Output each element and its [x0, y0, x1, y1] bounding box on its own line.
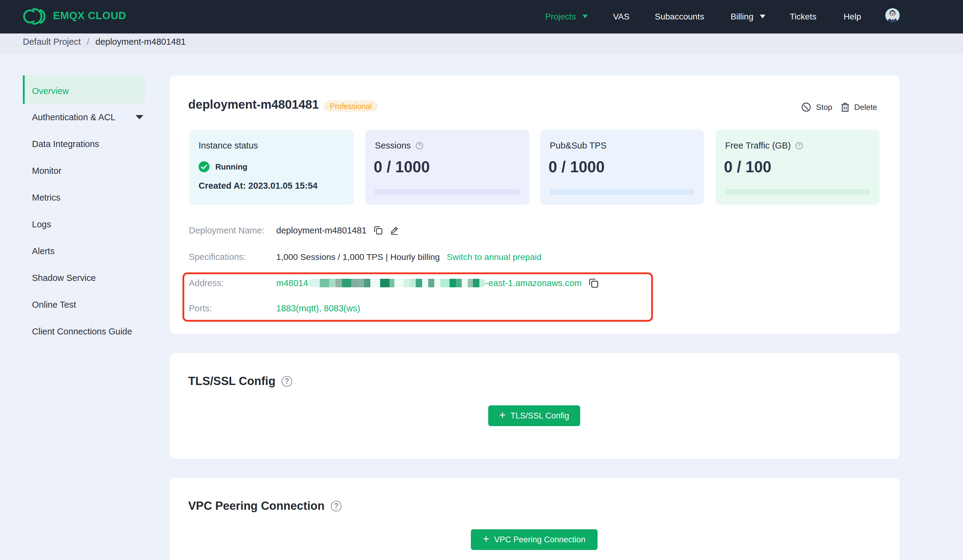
- svg-text:?: ?: [334, 502, 338, 510]
- svg-text:?: ?: [285, 377, 289, 385]
- svg-text:?: ?: [418, 143, 421, 148]
- svg-text:?: ?: [798, 143, 801, 148]
